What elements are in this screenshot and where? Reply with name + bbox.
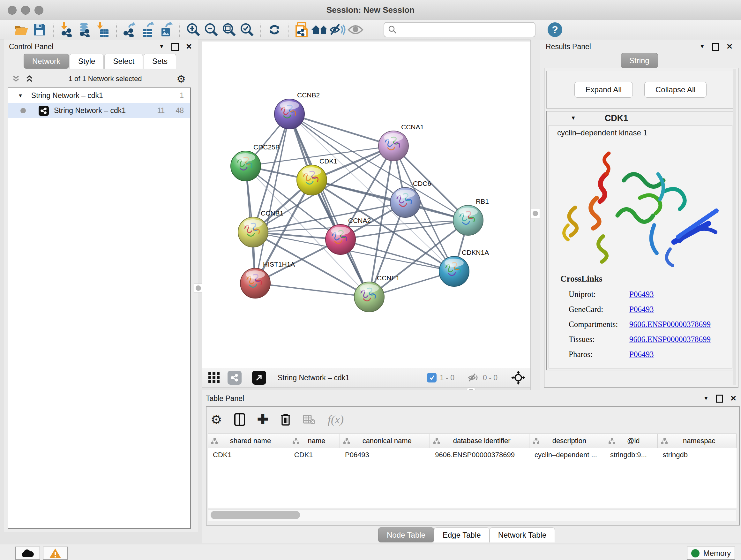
column-header-shared-name[interactable]: shared name xyxy=(208,434,289,448)
string-home-button[interactable] xyxy=(311,22,329,38)
network-node-RB1[interactable]: RB1 xyxy=(453,198,489,235)
network-edge[interactable] xyxy=(255,114,289,283)
table-cell[interactable]: CDK1 xyxy=(208,451,289,459)
clone-network-button[interactable] xyxy=(293,22,311,38)
zoom-fit-button[interactable] xyxy=(220,22,238,38)
crosslink-link[interactable]: 9606.ENSP00000378699 xyxy=(629,320,711,329)
create-column-plus-icon[interactable]: ✚ xyxy=(257,415,268,424)
float-panel-icon[interactable] xyxy=(716,395,723,402)
column-header-database-identifier[interactable]: database identifier xyxy=(430,434,529,448)
tab-select[interactable]: Select xyxy=(105,54,143,69)
hidden-eye-icon[interactable] xyxy=(468,373,480,382)
refresh-button[interactable] xyxy=(266,22,283,38)
tab-string[interactable]: String xyxy=(621,53,658,68)
crosslink-row: GeneCard:P06493 xyxy=(569,305,603,314)
collapse-panel-icon[interactable]: ▼ xyxy=(703,395,709,401)
show-glass-eye-button[interactable] xyxy=(347,22,364,38)
network-node-CCNB1[interactable]: CCNB1 xyxy=(238,209,283,247)
float-panel-icon[interactable] xyxy=(712,43,719,51)
clone-network-icon xyxy=(295,22,309,37)
table-hscrollbar-thumb[interactable] xyxy=(211,511,300,519)
table-cell[interactable]: 9606.ENSP00000378699 xyxy=(430,451,529,459)
pan-crosshair-icon[interactable] xyxy=(511,371,525,385)
network-edge[interactable] xyxy=(289,114,394,146)
collapse-panel-icon[interactable]: ▼ xyxy=(159,44,164,50)
right-splitter-grip[interactable] xyxy=(531,208,540,219)
crosslink-link[interactable]: P06493 xyxy=(629,290,654,299)
network-node-HIST1H1A[interactable]: HIST1H1A xyxy=(240,260,295,298)
node-label: CCNA1 xyxy=(401,123,424,131)
left-splitter-grip[interactable] xyxy=(194,284,203,293)
warnings-button[interactable] xyxy=(43,547,68,560)
memory-button[interactable]: Memory xyxy=(687,547,735,560)
open-session-button[interactable] xyxy=(13,22,30,38)
column-header-name[interactable]: name xyxy=(289,434,340,448)
network-node-CCNA1[interactable]: CCNA1 xyxy=(379,123,424,161)
search-field[interactable] xyxy=(384,22,536,37)
float-panel-icon[interactable] xyxy=(172,43,179,51)
collapse-panel-icon[interactable]: ▼ xyxy=(699,44,705,50)
close-panel-icon[interactable]: ✕ xyxy=(186,42,192,51)
tab-style[interactable]: Style xyxy=(70,54,104,69)
save-session-button[interactable] xyxy=(30,22,49,38)
close-panel-icon[interactable]: ✕ xyxy=(726,42,733,51)
tab-network-table[interactable]: Network Table xyxy=(489,527,555,543)
search-input[interactable] xyxy=(397,25,535,34)
import-network-file-button[interactable] xyxy=(58,22,76,38)
network-node-CDK1[interactable]: CDK1 xyxy=(297,158,337,195)
network-node-CCNB2[interactable]: CCNB2 xyxy=(274,91,320,129)
hide-glass-eye-button[interactable] xyxy=(329,22,347,38)
tab-sets[interactable]: Sets xyxy=(144,54,176,69)
string-network-graph[interactable]: CCNB2CCNA1CDC25BCDK1CDC6RB1CCNB1CCNA2CDK… xyxy=(202,42,530,368)
zoom-selected-button[interactable] xyxy=(238,22,256,38)
export-table-button[interactable] xyxy=(139,22,157,38)
results-scrollbar[interactable] xyxy=(733,69,736,385)
network-edge[interactable] xyxy=(255,283,369,297)
cloud-status-button[interactable] xyxy=(15,547,40,560)
close-panel-icon[interactable]: ✕ xyxy=(730,394,737,403)
string-badge-gray-icon[interactable] xyxy=(227,371,242,385)
collapse-section-icon[interactable]: ▼ xyxy=(570,115,576,121)
column-header-@id[interactable]: @id xyxy=(605,434,658,448)
node-table-data-row[interactable]: CDK1CDK1P064939606.ENSP00000378699cyclin… xyxy=(208,448,737,462)
tab-node-table[interactable]: Node Table xyxy=(378,527,434,543)
export-network-button[interactable] xyxy=(121,22,139,38)
help-button[interactable]: ? xyxy=(548,22,562,37)
crosslink-link[interactable]: P06493 xyxy=(629,305,654,314)
table-cell[interactable]: P06493 xyxy=(340,451,430,459)
network-view-canvas[interactable]: CCNB2CCNA1CDC25BCDK1CDC6RB1CCNB1CCNA2CDK… xyxy=(202,42,530,368)
zoom-out-button[interactable] xyxy=(202,22,220,38)
network-collection-row[interactable]: ▼ String Network – cdk1 1 xyxy=(8,88,190,103)
selected-checkbox-icon[interactable] xyxy=(427,373,436,382)
network-edge[interactable] xyxy=(289,114,369,297)
column-header-description[interactable]: description xyxy=(529,434,605,448)
collapse-all-chevrons-icon[interactable] xyxy=(25,75,34,83)
network-row-selected[interactable]: String Network – cdk1 11 48 xyxy=(8,103,190,118)
expand-all-chevrons-icon[interactable] xyxy=(11,75,20,83)
column-header-canonical-name[interactable]: canonical name xyxy=(340,434,430,448)
zoom-in-button[interactable] xyxy=(185,22,202,38)
delete-column-trash-icon[interactable] xyxy=(280,413,291,426)
crosslink-link[interactable]: P06493 xyxy=(629,350,654,359)
column-header-namespac[interactable]: namespac xyxy=(658,434,737,448)
open-in-window-icon[interactable] xyxy=(252,371,266,385)
export-image-button[interactable] xyxy=(157,22,175,38)
collapse-all-button[interactable]: Collapse All xyxy=(644,82,706,98)
collapse-arrow-icon[interactable]: ▼ xyxy=(18,93,23,99)
table-options-gear-icon[interactable]: ⚙ xyxy=(211,412,222,427)
import-network-database-button[interactable] xyxy=(76,22,94,38)
birds-eye-view-icon[interactable] xyxy=(208,371,220,384)
tab-edge-table[interactable]: Edge Table xyxy=(434,527,489,543)
gene-section-header[interactable]: ▼ CDK1 xyxy=(546,111,734,125)
tab-network[interactable]: Network xyxy=(23,54,69,69)
show-columns-icon[interactable] xyxy=(234,413,245,426)
network-list-options-gear-icon[interactable]: ⚙ xyxy=(177,73,186,85)
import-table-file-button[interactable] xyxy=(94,22,112,38)
expand-all-button[interactable]: Expand All xyxy=(575,82,633,98)
crosslink-link[interactable]: 9606.ENSP00000378699 xyxy=(629,335,711,344)
gene-description: cyclin–dependent kinase 1 xyxy=(557,128,648,137)
table-cell[interactable]: stringdb:9... xyxy=(605,451,658,459)
table-cell[interactable]: CDK1 xyxy=(289,451,340,459)
table-cell[interactable]: stringdb xyxy=(658,451,737,459)
table-cell[interactable]: cyclin–dependent ... xyxy=(529,451,605,459)
